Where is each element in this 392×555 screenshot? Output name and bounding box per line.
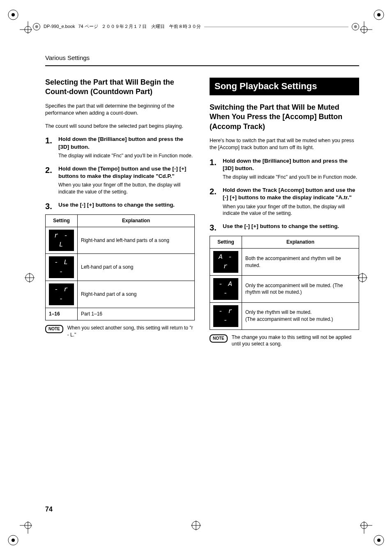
step: Use the [-] [+] buttons to change the se… xyxy=(45,201,195,209)
table-cell: Only the rhythm will be muted. (The acco… xyxy=(242,302,359,329)
steps-list: Hold down the [Brilliance] button and pr… xyxy=(210,157,359,230)
target-icon: ⊕ xyxy=(352,23,359,30)
step-body: When you take your finger off the button… xyxy=(58,182,195,196)
section-banner-playback: Song Playback Settings xyxy=(210,78,359,95)
step-body: The display will indicate "Fnc" and you'… xyxy=(223,174,359,181)
svg-point-5 xyxy=(374,10,384,20)
table-header: Explanation xyxy=(78,214,195,227)
table-cell: Right-hand part of a song xyxy=(78,281,195,308)
display-value: - r - xyxy=(213,305,238,327)
crop-mark-icon xyxy=(191,520,201,530)
note-badge: NOTE xyxy=(45,325,63,333)
divider xyxy=(45,65,359,66)
svg-point-26 xyxy=(192,521,200,530)
step: Hold down the Track [Accomp] button and … xyxy=(210,187,359,217)
display-value: - r - xyxy=(49,283,74,305)
steps-list: Hold down the [Brilliance] button and pr… xyxy=(45,136,195,208)
paragraph: Specifies the part that will determine t… xyxy=(45,103,195,117)
table-cell: 1–16 xyxy=(46,308,78,320)
step-body: The display will indicate "Fnc" and you'… xyxy=(58,152,195,159)
display-value: r - L xyxy=(49,230,74,251)
header-meta: ⊕ DP-990_e.book 74 ページ ２００９年２月１７日 火曜日 午前… xyxy=(33,23,359,30)
crop-mark-icon xyxy=(360,9,385,34)
settings-table-accomp: Setting Explanation A - r Both the accom… xyxy=(210,236,359,329)
table-header: Setting xyxy=(210,236,242,249)
note-badge: NOTE xyxy=(210,334,228,343)
paragraph: The count will sound before the selected… xyxy=(45,123,195,130)
step-heading: Use the [-] [+] buttons to change the se… xyxy=(58,201,195,209)
header-file: DP-990_e.book xyxy=(44,23,75,30)
svg-point-1 xyxy=(12,13,15,16)
display-value: A - r xyxy=(213,251,238,273)
step-body: When you take your finger off the button… xyxy=(223,203,359,217)
note-text: When you select another song, this setti… xyxy=(67,325,195,339)
table-cell: Part 1–16 xyxy=(78,308,195,320)
paragraph: Here's how to switch the part that will … xyxy=(210,137,359,152)
svg-point-0 xyxy=(8,10,18,20)
table-row: - r - Right-hand part of a song xyxy=(46,281,195,308)
svg-point-4 xyxy=(25,26,31,33)
table-row: - L - Left-hand part of a song xyxy=(46,254,195,281)
crop-mark-icon xyxy=(7,521,32,546)
note-text: The change you make to this setting will… xyxy=(232,334,359,348)
table-cell: Both the accompaniment and rhythm will b… xyxy=(242,249,359,276)
step-heading: Hold down the [Tempo] button and use the… xyxy=(58,165,195,180)
crop-mark-icon xyxy=(25,273,35,283)
right-column: Song Playback Settings Switching the Par… xyxy=(210,78,359,348)
table-cell: Left-hand part of a song xyxy=(78,254,195,281)
step-heading: Hold down the [Brilliance] button and pr… xyxy=(223,157,359,172)
note: NOTE When you select another song, this … xyxy=(45,325,195,339)
svg-point-15 xyxy=(374,535,384,545)
table-row: r - L Right-hand and left-hand parts of … xyxy=(46,227,195,254)
table-header: Explanation xyxy=(242,236,359,249)
table-cell: Only the accompaniment will be muted. (T… xyxy=(242,276,359,303)
step-heading: Hold down the [Brilliance] button and pr… xyxy=(58,136,195,150)
crop-mark-icon xyxy=(7,9,32,34)
book-icon: ⊕ xyxy=(33,23,40,30)
display-value: - A - xyxy=(213,278,238,300)
section-title-countdown: Selecting the Part that Will Begin the C… xyxy=(45,78,195,97)
step: Hold down the [Brilliance] button and pr… xyxy=(45,136,195,159)
svg-point-20 xyxy=(25,274,34,282)
table-cell: Right-hand and left-hand parts of a song xyxy=(78,227,195,254)
step-heading: Use the [-] [+] buttons to change the se… xyxy=(223,223,359,230)
svg-point-14 xyxy=(25,522,31,529)
crop-mark-icon xyxy=(360,521,385,546)
page-number: 74 xyxy=(45,505,53,514)
step: Use the [-] [+] buttons to change the se… xyxy=(210,223,359,230)
note: NOTE The change you make to this setting… xyxy=(210,334,359,348)
table-row: A - r Both the accompaniment and rhythm … xyxy=(210,249,359,276)
step: Hold down the [Brilliance] button and pr… xyxy=(210,157,359,181)
svg-point-23 xyxy=(358,274,367,282)
running-head: Various Settings xyxy=(45,53,359,62)
header-page: 74 ページ xyxy=(78,23,98,30)
table-header: Setting xyxy=(46,214,78,227)
section-title-accomp: Switching the Part that Will be Muted Wh… xyxy=(210,103,359,131)
svg-point-16 xyxy=(377,539,380,542)
step: Hold down the [Tempo] button and use the… xyxy=(45,165,195,196)
display-value: - L - xyxy=(49,256,74,278)
svg-point-11 xyxy=(12,539,15,542)
step-heading: Hold down the Track [Accomp] button and … xyxy=(223,187,359,201)
header-date: ２００９年２月１７日 火曜日 午前８時３０分 xyxy=(101,23,201,30)
table-row: - r - Only the rhythm will be muted. (Th… xyxy=(210,302,359,329)
svg-point-9 xyxy=(361,26,367,33)
table-row: - A - Only the accompaniment will be mut… xyxy=(210,276,359,303)
svg-point-19 xyxy=(361,522,367,529)
left-column: Selecting the Part that Will Begin the C… xyxy=(45,78,195,348)
table-row: 1–16 Part 1–16 xyxy=(46,308,195,320)
svg-point-6 xyxy=(377,13,380,16)
svg-point-10 xyxy=(8,535,18,545)
settings-table-countdown: Setting Explanation r - L Right-hand and… xyxy=(45,214,195,320)
